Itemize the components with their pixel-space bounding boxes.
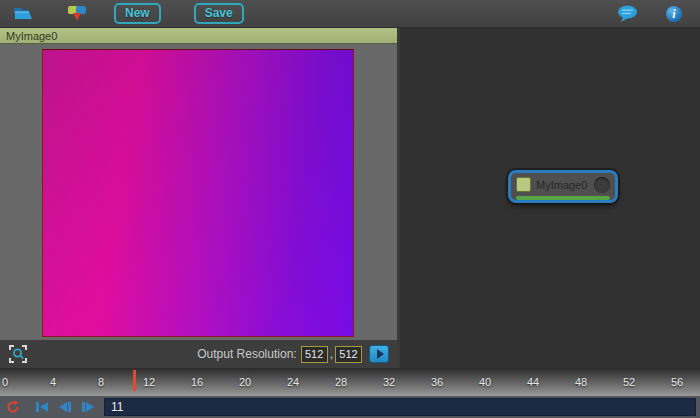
timeline-playhead[interactable] xyxy=(133,370,136,391)
viewport-footer: Output Resolution: 512 , 512 xyxy=(0,340,397,368)
timeline-tick: 40 xyxy=(479,376,491,388)
timeline-tick: 8 xyxy=(98,376,104,388)
output-resolution-label: Output Resolution: xyxy=(197,347,296,361)
timeline-tick: 56 xyxy=(671,376,683,388)
step-back-icon xyxy=(58,401,72,413)
timeline-tick: 20 xyxy=(239,376,251,388)
step-forward-button[interactable] xyxy=(81,401,95,413)
save-button[interactable]: Save xyxy=(194,3,244,24)
timeline-tick: 24 xyxy=(287,376,299,388)
image-node[interactable]: MyImage0 xyxy=(508,170,618,203)
node-output-port[interactable] xyxy=(594,177,610,193)
folder-open-icon xyxy=(12,5,36,22)
timeline-tick: 44 xyxy=(527,376,539,388)
viewport-title-bar: MyImage0 xyxy=(0,28,397,44)
node-progress-bar xyxy=(516,196,610,200)
viewport-panel: MyImage0 Output Resolution: 512 , 512 xyxy=(0,28,397,368)
loop-button[interactable] xyxy=(6,400,20,414)
zoom-fit-icon xyxy=(8,344,28,364)
timeline-tick: 48 xyxy=(575,376,587,388)
color-layers-icon xyxy=(67,4,87,23)
node-graph-panel[interactable]: MyImage0 xyxy=(397,28,700,368)
open-file-button[interactable] xyxy=(12,5,36,22)
info-button[interactable]: i xyxy=(666,6,682,22)
step-back-button[interactable] xyxy=(58,401,72,413)
node-label: MyImage0 xyxy=(536,179,587,191)
node-preview-checkbox[interactable] xyxy=(516,177,531,192)
rendered-image-canvas[interactable] xyxy=(42,49,354,337)
fit-view-button[interactable] xyxy=(8,344,28,364)
skip-to-start-icon xyxy=(35,401,49,413)
timeline-tick: 36 xyxy=(431,376,443,388)
timeline-tick: 32 xyxy=(383,376,395,388)
chat-bubble-icon xyxy=(617,5,638,22)
timeline-track[interactable]: 0 4 8 12 16 20 24 28 32 36 40 44 48 52 5… xyxy=(0,368,700,396)
top-toolbar: New Save i xyxy=(0,0,700,28)
timeline-tick: 16 xyxy=(191,376,203,388)
timeline-tick: 0 xyxy=(2,376,8,388)
loop-icon xyxy=(6,400,20,414)
step-forward-icon xyxy=(81,401,95,413)
transport-bar: 11 xyxy=(0,396,700,418)
play-icon xyxy=(377,349,384,359)
apply-resolution-button[interactable] xyxy=(369,345,389,363)
import-image-button[interactable] xyxy=(67,4,87,23)
new-button[interactable]: New xyxy=(114,3,161,24)
current-frame-input[interactable]: 11 xyxy=(104,398,696,416)
resolution-separator: , xyxy=(330,347,333,361)
go-to-start-button[interactable] xyxy=(35,401,49,413)
resolution-height-input[interactable]: 512 xyxy=(335,346,362,363)
resolution-width-input[interactable]: 512 xyxy=(301,346,328,363)
timeline-tick: 12 xyxy=(143,376,155,388)
info-icon: i xyxy=(666,6,682,22)
timeline-tick: 28 xyxy=(335,376,347,388)
feedback-button[interactable] xyxy=(617,5,638,22)
timeline-tick: 52 xyxy=(623,376,635,388)
timeline-tick: 4 xyxy=(50,376,56,388)
